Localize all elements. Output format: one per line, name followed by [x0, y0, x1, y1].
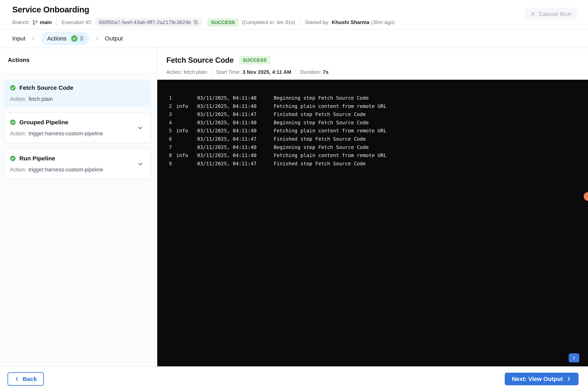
action-card[interactable]: Fetch Source Code Action: fetch:plain: [4, 80, 151, 107]
started-by-name: Khushi Sharma: [332, 19, 369, 25]
log-level: [176, 94, 189, 102]
action-card[interactable]: Run Pipeline Action: trigger:harness-cus…: [4, 149, 151, 179]
divider: [211, 69, 212, 75]
execution-id-chip: 660f50a7-5eef-43a6-9ff7-2a2179c3824b: [95, 18, 203, 27]
log-message: Beginning step Fetch Source Code: [274, 143, 369, 152]
chevron-left-icon: [14, 376, 19, 382]
log-message: Finished step Fetch Source Code: [274, 135, 366, 143]
app-window: Service Onboarding Branch: main Executio…: [0, 0, 588, 391]
started-by-label: Started by:: [305, 19, 330, 25]
step-duration-value: 7s: [323, 69, 328, 75]
action-label: Action:: [10, 167, 26, 173]
card-title-row: Grouped Pipeline: [10, 119, 145, 126]
log-line-number: 2: [166, 102, 172, 110]
cancel-run-button[interactable]: ✕ Cancel Run: [525, 7, 577, 20]
back-button[interactable]: Back: [7, 372, 44, 386]
log-message: Finished step Fetch Source Code: [274, 160, 366, 168]
started-ago-text: (30m ago): [371, 19, 395, 25]
back-button-label: Back: [23, 376, 37, 382]
log-timestamp: 03/11/2025, 04:11:40: [197, 118, 257, 127]
step-meta-row: Action: fetch:plain Start Time: 3 Nov 20…: [166, 69, 588, 75]
log-line-number: 4: [166, 118, 172, 127]
arrow-up-icon: ↑: [572, 355, 576, 361]
log-line: 6 03/11/2025, 04:11:47 Finished step Fet…: [157, 135, 588, 143]
log-timestamp: 03/11/2025, 04:11:40: [197, 102, 257, 110]
execution-meta-row: Branch: main Execution ID: 660f50a7-5eef…: [12, 18, 588, 27]
log-line-number: 3: [166, 110, 172, 118]
sidebar-heading: Actions: [0, 48, 157, 74]
step-duration-label: Duration:: [300, 69, 321, 75]
log-line: 3 03/11/2025, 04:11:47 Finished step Fet…: [157, 110, 588, 118]
action-card-title: Grouped Pipeline: [19, 119, 68, 126]
log-timestamp: 03/11/2025, 04:11:40: [197, 143, 257, 152]
log-line-number: 1: [166, 94, 172, 102]
copy-icon[interactable]: [194, 20, 199, 25]
log-timestamp: 03/11/2025, 04:11:40: [197, 127, 257, 135]
log-timestamp: 03/11/2025, 04:11:47: [197, 160, 257, 168]
chevron-down-icon[interactable]: [137, 161, 143, 167]
chevron-down-icon[interactable]: [137, 125, 143, 131]
tab-actions[interactable]: Actions 3: [41, 32, 89, 45]
divider: [295, 69, 296, 75]
tab-input[interactable]: Input: [12, 35, 25, 42]
log-level: [176, 143, 189, 152]
action-value: trigger:harness-custom-pipeline: [29, 130, 103, 137]
top-header: Service Onboarding Branch: main Executio…: [0, 0, 588, 29]
check-circle-icon: [10, 85, 16, 91]
log-line: 9 03/11/2025, 04:11:47 Finished step Fet…: [157, 160, 588, 168]
actions-sidebar: Actions Fetch Source Code Action: fetch: [0, 48, 157, 366]
step-title: Fetch Source Code: [166, 56, 234, 64]
action-card[interactable]: Grouped Pipeline Action: trigger:harness…: [4, 112, 151, 143]
scroll-to-top-button[interactable]: ↑: [569, 353, 579, 362]
chevron-right-icon: [95, 36, 99, 41]
log-line: 5 info 03/11/2025, 04:11:40 Fetching pla…: [157, 127, 588, 135]
log-line: 4 03/11/2025, 04:11:40 Beginning step Fe…: [157, 118, 588, 127]
step-header: Fetch Source Code SUCCESS Action: fetch:…: [157, 48, 588, 80]
log-level: info: [176, 102, 189, 110]
action-card-meta: Action: trigger:harness-custom-pipeline: [10, 167, 145, 173]
action-card-meta: Action: trigger:harness-custom-pipeline: [10, 130, 145, 137]
log-message: Beginning step Fetch Source Code: [274, 94, 369, 102]
run-status-badge: SUCCESS: [207, 18, 239, 27]
actions-count: 3: [80, 35, 83, 42]
git-branch-icon: [32, 20, 38, 25]
action-card-title: Fetch Source Code: [19, 84, 73, 91]
step-detail-panel: Fetch Source Code SUCCESS Action: fetch:…: [157, 48, 588, 366]
close-icon: ✕: [531, 11, 536, 17]
log-level: [176, 135, 189, 143]
log-line-number: 9: [166, 160, 172, 168]
divider: [56, 19, 57, 26]
action-card-meta: Action: fetch:plain: [10, 96, 145, 102]
log-line-number: 7: [166, 143, 172, 152]
branch-label: Branch:: [12, 19, 30, 25]
divider: [300, 19, 300, 26]
action-label: Action:: [10, 130, 26, 137]
log-line-number: 5: [166, 127, 172, 135]
page-title: Service Onboarding: [12, 5, 588, 14]
log-message: Fetching plain content from remote URL: [274, 127, 387, 135]
step-start-value: 3 Nov 2025, 4:11 AM: [242, 69, 292, 75]
card-title-row: Run Pipeline: [10, 155, 145, 162]
log-line: 1 03/11/2025, 04:11:40 Beginning step Fe…: [157, 94, 588, 102]
chevron-right-icon: [566, 376, 572, 382]
log-message: Fetching plain content from remote URL: [274, 102, 387, 110]
branch-name: main: [40, 19, 52, 25]
log-level: [176, 118, 189, 127]
next-button-label: Next: View Output: [512, 376, 563, 382]
step-start-label: Start Time:: [216, 69, 241, 75]
log-level: info: [176, 151, 189, 160]
execution-id-label: Execution ID:: [62, 19, 92, 25]
log-message: Beginning step Fetch Source Code: [274, 118, 369, 127]
log-timestamp: 03/11/2025, 04:11:47: [197, 135, 257, 143]
tab-output[interactable]: Output: [105, 35, 123, 42]
next-view-output-button[interactable]: Next: View Output: [505, 373, 579, 385]
action-value: fetch:plain: [29, 96, 53, 102]
completed-in-text: (Completed in: 4m 31s): [242, 19, 295, 25]
tab-actions-label: Actions: [47, 35, 67, 42]
log-line: 8 info 03/11/2025, 04:11:40 Fetching pla…: [157, 151, 588, 160]
log-level: info: [176, 127, 189, 135]
log-message: Fetching plain content from remote URL: [274, 151, 387, 160]
check-circle-icon: [10, 119, 16, 125]
orange-marker-dot: [584, 192, 588, 201]
log-timestamp: 03/11/2025, 04:11:47: [197, 110, 257, 118]
